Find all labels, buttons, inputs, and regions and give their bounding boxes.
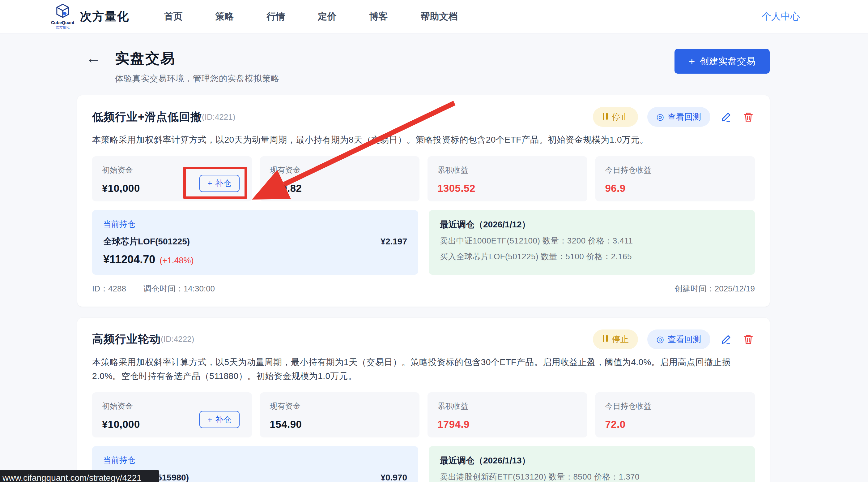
stat-cumulative-return: 累积收益 1305.52: [428, 156, 587, 201]
nav-item-strategy[interactable]: 策略: [215, 10, 234, 23]
logo: CubeQuant 次方量化: [51, 3, 74, 30]
stat-initial-capital: 初始资金 ¥10,000 + 补仓: [92, 392, 252, 437]
stat-label: 今日持仓收益: [605, 165, 745, 175]
stop-label: 停止: [612, 334, 629, 345]
logo-caption: CubeQuant: [51, 20, 74, 25]
position-price: ¥0.970: [380, 473, 407, 482]
nav-item-market[interactable]: 行情: [267, 10, 285, 23]
create-live-trade-button[interactable]: + 创建实盘交易: [675, 49, 770, 74]
rebalance-sell-line: 卖出港股创新药ETF(513120) 数量：8500 价格：1.370: [440, 472, 744, 482]
rebalance-title: 最近调仓（2026/1/13）: [440, 455, 744, 466]
stat-label: 现有资金: [270, 165, 410, 175]
strategy-name: 高频行业轮动: [92, 332, 161, 347]
strategy-card-header: 高频行业轮动 (ID:4222) 停止 ◎ 查看回测: [92, 330, 755, 349]
stat-label: 初始资金: [102, 165, 242, 175]
strategy-card: 高频行业轮动 (ID:4222) 停止 ◎ 查看回测: [77, 318, 770, 482]
strategy-description: 本策略采用加权斜率计算方式，以5天为动量周期，最小持有期为1天（交易日）。策略投…: [92, 356, 755, 383]
strategy-card-header: 低频行业+滑点低回撤 (ID:4221) 停止 ◎ 查看回测: [92, 108, 755, 126]
footer-rebalance-time: 调仓时间：14:30:00: [144, 283, 215, 294]
page-title-block: 实盘交易 体验真实交易环境，管理您的实盘模拟策略: [115, 49, 279, 84]
footer-created-time: 创建时间：2025/12/19: [675, 283, 755, 294]
card-footer: ID：4288 调仓时间：14:30:00 创建时间：2025/12/19: [92, 283, 755, 294]
cube-logo-icon: [56, 3, 70, 20]
position-name: 全球芯片LOF(501225): [103, 236, 190, 248]
footer-id: ID：4288: [92, 283, 126, 294]
topup-button[interactable]: + 补仓: [199, 175, 239, 192]
brand-logo[interactable]: CubeQuant 次方量化 次方量化: [51, 3, 129, 30]
delete-trash-icon[interactable]: [742, 110, 755, 123]
strategy-name: 低频行业+滑点低回撤: [92, 110, 202, 125]
edit-pencil-icon[interactable]: [720, 110, 733, 123]
page-header: ← 实盘交易 体验真实交易环境，管理您的实盘模拟策略 + 创建实盘交易: [77, 49, 770, 84]
stat-current-capital: 现有资金 100.82: [260, 156, 420, 201]
delete-trash-icon[interactable]: [742, 333, 755, 346]
stat-label: 初始资金: [102, 401, 242, 411]
stat-value: 100.82: [270, 182, 410, 194]
pause-icon: [602, 334, 608, 344]
view-backtest-button[interactable]: ◎ 查看回测: [647, 330, 710, 349]
recent-rebalance-box: 最近调仓（2026/1/12） 卖出中证1000ETF(512100) 数量：3…: [429, 210, 755, 275]
stat-today-return: 今日持仓收益 72.0: [595, 392, 755, 437]
link-status-bar: www.cifangquant.com/strategy/4221: [0, 470, 159, 482]
position-row: 当前持仓 人工智能ETF(515980) ¥0.970 ¥11640.00 (+…: [92, 446, 755, 482]
stat-initial-capital: 初始资金 ¥10,000 + 补仓: [92, 156, 252, 201]
stat-today-return: 今日持仓收益 96.9: [595, 156, 755, 201]
plus-icon: +: [208, 178, 212, 188]
stat-value: 96.9: [605, 182, 745, 194]
strategy-actions: 停止 ◎ 查看回测: [593, 330, 755, 349]
back-arrow-icon[interactable]: ←: [86, 51, 101, 84]
strategy-id: (ID:4221): [202, 112, 235, 122]
stop-label: 停止: [612, 111, 629, 122]
rebalance-sell-line: 卖出中证1000ETF(512100) 数量：3200 价格：3.411: [440, 235, 744, 246]
plus-icon: +: [689, 55, 695, 67]
stop-button[interactable]: 停止: [593, 330, 638, 349]
stat-label: 累积收益: [437, 165, 578, 175]
stat-label: 累积收益: [437, 401, 578, 411]
user-center-link[interactable]: 个人中心: [762, 10, 800, 23]
brand-name: 次方量化: [80, 9, 129, 24]
stat-label: 现有资金: [270, 401, 410, 411]
strategy-description: 本策略采用加权斜率计算方式，以20天为动量周期，最小持有期为8天（交易日）。策略…: [92, 133, 755, 147]
topup-label: 补仓: [215, 178, 231, 189]
create-live-trade-label: 创建实盘交易: [700, 55, 755, 68]
view-backtest-label: 查看回测: [668, 334, 701, 345]
strategy-id: (ID:4222): [161, 334, 194, 344]
stats-row: 初始资金 ¥10,000 + 补仓 现有资金 154.90 累积收益 1794.…: [92, 392, 755, 437]
rebalance-title: 最近调仓（2026/1/12）: [440, 219, 744, 230]
view-backtest-button[interactable]: ◎ 查看回测: [647, 107, 710, 127]
eye-icon: ◎: [657, 113, 664, 121]
stat-value: 154.90: [270, 419, 410, 430]
plus-icon: +: [208, 415, 212, 424]
nav-menu: 首页 策略 行情 定价 博客 帮助文档: [164, 10, 458, 23]
nav-item-pricing[interactable]: 定价: [318, 10, 336, 23]
topup-button[interactable]: + 补仓: [199, 411, 239, 428]
pause-icon: [602, 112, 608, 122]
top-navigation: CubeQuant 次方量化 次方量化 首页 策略 行情 定价 博客 帮助文档 …: [0, 0, 868, 33]
stat-cumulative-return: 累积收益 1794.9: [428, 392, 587, 437]
stat-label: 今日持仓收益: [605, 401, 745, 411]
topup-label: 补仓: [215, 414, 231, 425]
current-position-label: 当前持仓: [103, 455, 407, 465]
main-content: ← 实盘交易 体验真实交易环境，管理您的实盘模拟策略 + 创建实盘交易 低频行业…: [77, 49, 770, 482]
logo-subcaption: 次方量化: [56, 25, 69, 30]
position-row: 当前持仓 全球芯片LOF(501225) ¥2.197 ¥11204.70 (+…: [92, 210, 755, 275]
edit-pencil-icon[interactable]: [720, 333, 733, 346]
stats-row: 初始资金 ¥10,000 + 补仓 现有资金 100.82 累积收益 1305.…: [92, 156, 755, 201]
stop-button[interactable]: 停止: [593, 107, 638, 127]
eye-icon: ◎: [657, 335, 664, 344]
view-backtest-label: 查看回测: [668, 111, 701, 122]
nav-item-blog[interactable]: 博客: [369, 10, 388, 23]
nav-item-docs[interactable]: 帮助文档: [421, 10, 458, 23]
stat-value: 72.0: [605, 419, 745, 430]
current-position-label: 当前持仓: [103, 219, 407, 230]
current-position-box: 当前持仓 全球芯片LOF(501225) ¥2.197 ¥11204.70 (+…: [92, 210, 418, 275]
position-price: ¥2.197: [380, 237, 407, 247]
stat-value: 1305.52: [437, 182, 578, 194]
page-subtitle: 体验真实交易环境，管理您的实盘模拟策略: [115, 73, 279, 84]
strategy-card: 低频行业+滑点低回撤 (ID:4221) 停止 ◎ 查看回测: [77, 95, 770, 307]
stat-current-capital: 现有资金 154.90: [260, 392, 420, 437]
nav-item-home[interactable]: 首页: [164, 10, 182, 23]
position-change: (+1.48%): [159, 256, 193, 265]
rebalance-buy-line: 买入全球芯片LOF(501225) 数量：5100 价格：2.165: [440, 251, 744, 262]
page-title: 实盘交易: [115, 49, 279, 68]
